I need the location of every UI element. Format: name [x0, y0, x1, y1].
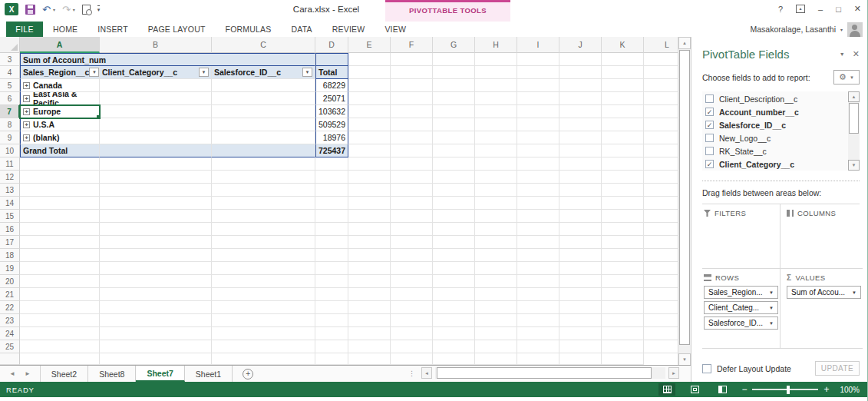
grid-cell[interactable]: [20, 314, 100, 327]
close-icon[interactable]: ✕: [854, 4, 861, 14]
grid-cell[interactable]: [100, 249, 212, 262]
tab-scroll-splitter[interactable]: ⋮: [408, 370, 415, 377]
grid-cell[interactable]: [433, 210, 475, 223]
grid-cell[interactable]: [348, 327, 391, 340]
grid-cell[interactable]: [20, 353, 100, 365]
grid-cell[interactable]: [475, 105, 517, 118]
field-item[interactable]: RK_State__c: [702, 144, 848, 157]
row-header[interactable]: 11: [0, 157, 20, 171]
grid-cell[interactable]: [100, 262, 212, 275]
checkbox[interactable]: [705, 147, 714, 155]
column-header-f[interactable]: F: [391, 37, 433, 53]
grid-cell[interactable]: [559, 144, 602, 157]
grid-cell[interactable]: [602, 353, 644, 365]
pane-close-icon[interactable]: ✕: [853, 49, 860, 59]
grid-cell[interactable]: [315, 353, 348, 365]
grid-cell[interactable]: [348, 210, 391, 223]
grid-cell[interactable]: [433, 236, 475, 249]
pivot-value-cell[interactable]: 509529: [315, 118, 348, 131]
grid-cell[interactable]: [348, 105, 391, 118]
grid-cell[interactable]: [212, 105, 315, 118]
row-header[interactable]: 4: [0, 66, 20, 79]
grand-total-label-cell[interactable]: Grand Total: [20, 144, 100, 157]
user-dropdown-icon[interactable]: ▾: [840, 27, 843, 32]
tools-button[interactable]: ⚙ ▼: [833, 70, 860, 85]
grid-cell[interactable]: [517, 79, 559, 92]
grid-cell[interactable]: [391, 275, 433, 288]
sheet-nav-left-icon[interactable]: ◄: [9, 370, 15, 377]
grid-cell[interactable]: [475, 314, 517, 327]
grid-cell[interactable]: [517, 66, 559, 79]
row-header[interactable]: 23: [0, 314, 20, 327]
grid-cell[interactable]: [475, 275, 517, 288]
avatar[interactable]: [847, 22, 863, 37]
grid-cell[interactable]: [559, 288, 602, 301]
row-header[interactable]: 17: [0, 236, 20, 249]
grid-cell[interactable]: [475, 327, 517, 340]
grid-cell[interactable]: [100, 236, 212, 249]
grid-cell[interactable]: [348, 262, 391, 275]
grid-cell[interactable]: [433, 105, 475, 118]
grid-cell[interactable]: [559, 171, 602, 184]
grid-cell[interactable]: [433, 53, 475, 66]
grid-cell[interactable]: [602, 301, 644, 314]
grid-cell[interactable]: [559, 157, 602, 171]
zoom-slider[interactable]: [752, 389, 818, 390]
grid-cell[interactable]: [100, 314, 212, 327]
grid-cell[interactable]: [315, 53, 348, 66]
grid-cell[interactable]: [20, 171, 100, 184]
grid-cell[interactable]: [391, 314, 433, 327]
pane-options-icon[interactable]: ▼: [840, 51, 845, 57]
grid-cell[interactable]: [348, 171, 391, 184]
help-icon[interactable]: ?: [778, 5, 783, 14]
grid-cell[interactable]: [315, 301, 348, 314]
checkbox[interactable]: [705, 121, 714, 129]
grid-cell[interactable]: [348, 144, 391, 157]
grid-cell[interactable]: [602, 223, 644, 236]
row-header[interactable]: 8: [0, 118, 20, 131]
grid-cell[interactable]: [433, 66, 475, 79]
grid-cell[interactable]: [100, 92, 212, 105]
grid-cell[interactable]: [100, 223, 212, 236]
grid-cell[interactable]: [348, 184, 391, 197]
field-item[interactable]: New_Logo__c: [702, 131, 848, 144]
field-item[interactable]: Client_Category__c: [702, 157, 848, 171]
grid-cell[interactable]: [212, 288, 315, 301]
grid-cell[interactable]: [517, 210, 559, 223]
grid-cell[interactable]: [20, 236, 100, 249]
grid-cell[interactable]: [559, 262, 602, 275]
grid-cell[interactable]: [475, 131, 517, 144]
grid-cell[interactable]: [212, 314, 315, 327]
grid-cell[interactable]: [602, 197, 644, 210]
grid-cell[interactable]: [391, 223, 433, 236]
grid-cell[interactable]: [212, 197, 315, 210]
grid-cell[interactable]: [212, 262, 315, 275]
grid-cell[interactable]: [391, 118, 433, 131]
grid-cell[interactable]: [391, 184, 433, 197]
grid-cell[interactable]: [20, 275, 100, 288]
excel-app-icon[interactable]: X: [5, 3, 18, 15]
column-header-e[interactable]: E: [348, 37, 391, 53]
grid-cell[interactable]: [559, 66, 602, 79]
checkbox[interactable]: [705, 108, 714, 116]
minimize-icon[interactable]: –: [818, 5, 823, 14]
row-header[interactable]: 25: [0, 340, 20, 353]
pivot-row-label[interactable]: + East Asia & Pacific: [20, 92, 100, 105]
grid-cell[interactable]: [212, 131, 315, 144]
grid-cell[interactable]: [212, 340, 315, 353]
grid-cell[interactable]: [433, 223, 475, 236]
grid-cell[interactable]: [602, 92, 644, 105]
grid-cell[interactable]: [517, 157, 559, 171]
zoom-slider-thumb[interactable]: [787, 386, 790, 394]
grid-cell[interactable]: [475, 249, 517, 262]
column-header-c[interactable]: C: [212, 37, 315, 53]
grid-cell[interactable]: [348, 314, 391, 327]
column-header-k[interactable]: K: [602, 37, 644, 53]
horizontal-scrollbar[interactable]: [435, 367, 665, 379]
column-header-a[interactable]: A: [20, 37, 100, 53]
column-header-g[interactable]: G: [433, 37, 475, 53]
grid-cell[interactable]: [391, 236, 433, 249]
grid-cell[interactable]: [602, 53, 644, 66]
row-header[interactable]: 22: [0, 301, 20, 314]
grid-cell[interactable]: [348, 53, 391, 66]
